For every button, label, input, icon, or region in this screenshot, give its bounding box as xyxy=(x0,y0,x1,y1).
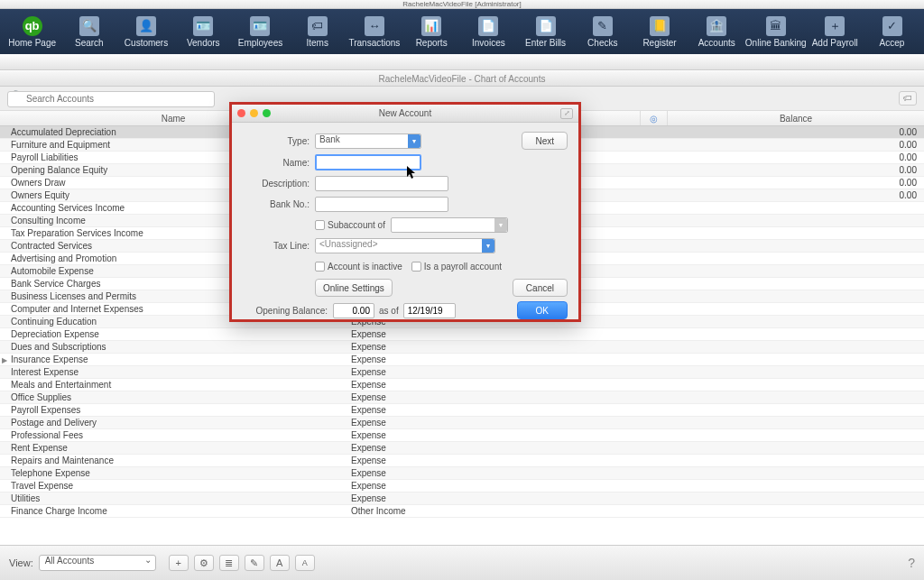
toolbar-label: Transactions xyxy=(348,38,400,48)
view-select[interactable]: All Accounts xyxy=(39,555,156,571)
list-button[interactable]: ≣ xyxy=(219,555,239,571)
taxline-label: Tax Line: xyxy=(243,241,315,251)
toolbar-icon: 🏷 xyxy=(308,16,328,36)
toolbar-enter-bills[interactable]: 📄Enter Bills xyxy=(517,16,574,48)
table-row[interactable]: Meals and EntertainmentExpense xyxy=(0,379,924,391)
add-button[interactable]: + xyxy=(169,555,189,571)
bankno-input[interactable] xyxy=(315,197,448,212)
table-row[interactable]: Travel ExpenseExpense xyxy=(0,480,924,493)
cell-name: Meals and Entertainment xyxy=(0,379,347,391)
toolbar-invoices[interactable]: 📄Invoices xyxy=(460,16,517,48)
cell-balance: 0.00 xyxy=(668,177,924,189)
cell-flag xyxy=(641,442,668,454)
cell-balance xyxy=(668,290,924,302)
ok-button[interactable]: OK xyxy=(517,301,568,319)
cell-flag xyxy=(641,152,668,163)
toolbar-home-page[interactable]: qbHome Page xyxy=(4,16,60,48)
table-row[interactable]: Postage and DeliveryExpense xyxy=(0,417,924,429)
type-select[interactable]: Bank▾ xyxy=(315,133,421,149)
cell-flag xyxy=(641,379,668,391)
cell-balance xyxy=(668,417,924,428)
toolbar-register[interactable]: 📒Register xyxy=(631,16,688,48)
toolbar-accep[interactable]: ✓Accep xyxy=(864,16,920,48)
subaccount-checkbox[interactable] xyxy=(315,220,325,230)
toolbar-vendors[interactable]: 🪪Vendors xyxy=(175,16,232,48)
cell-name: Postage and Delivery xyxy=(0,417,347,428)
table-row[interactable]: Finance Charge IncomeOther Income xyxy=(0,505,924,518)
table-row[interactable]: Payroll ExpensesExpense xyxy=(0,404,924,417)
settings-button[interactable]: ⚙ xyxy=(194,555,214,571)
toolbar-label: Items xyxy=(306,38,328,48)
search-input[interactable] xyxy=(7,91,215,107)
cell-type: Expense xyxy=(347,442,641,454)
subaccount-select[interactable]: ▾ xyxy=(391,217,508,233)
help-icon[interactable]: ? xyxy=(908,556,915,570)
cell-balance: 0.00 xyxy=(668,139,924,151)
bankno-label: Bank No.: xyxy=(243,199,315,209)
description-input[interactable] xyxy=(315,176,448,191)
edit-button[interactable]: ✎ xyxy=(245,555,264,571)
toolbar-icon: 📄 xyxy=(536,16,556,36)
table-row[interactable]: Office SuppliesExpense xyxy=(0,391,924,404)
payroll-checkbox[interactable] xyxy=(411,262,421,272)
col-flag-header[interactable]: ◎ xyxy=(641,111,668,125)
inactive-checkbox[interactable] xyxy=(315,262,325,272)
table-row[interactable]: Professional FeesExpense xyxy=(0,429,924,442)
cell-name: Interest Expense xyxy=(0,366,347,378)
cell-balance xyxy=(668,404,924,416)
cell-flag xyxy=(641,455,668,466)
table-row[interactable]: UtilitiesExpense xyxy=(0,493,924,505)
cell-flag xyxy=(641,215,668,226)
cell-flag xyxy=(641,227,668,239)
table-row[interactable]: Dues and SubscriptionsExpense xyxy=(0,341,924,354)
cell-name: Telephone Expense xyxy=(0,467,347,479)
cell-balance: 0.00 xyxy=(668,152,924,163)
asof-date-input[interactable] xyxy=(403,303,456,318)
opening-balance-input[interactable] xyxy=(333,303,374,318)
toolbar-checks[interactable]: ✎Checks xyxy=(574,16,631,48)
subaccount-label: Subaccount of xyxy=(328,220,385,230)
toolbar-employees[interactable]: 🪪Employees xyxy=(232,16,289,48)
mac-menubar: RacheleMacVideoFile [Administrator] xyxy=(0,0,924,9)
cell-balance xyxy=(668,265,924,277)
cell-type: Expense xyxy=(347,379,641,391)
toolbar-label: Invoices xyxy=(472,38,505,48)
online-settings-button[interactable]: Online Settings xyxy=(315,279,393,297)
cell-type: Expense xyxy=(347,417,641,428)
table-row[interactable]: Repairs and MaintenanceExpense xyxy=(0,455,924,467)
toolbar-transactions[interactable]: ↔Transactions xyxy=(346,16,402,48)
table-row[interactable]: Telephone ExpenseExpense xyxy=(0,467,924,480)
cell-flag xyxy=(641,493,668,504)
toolbar-add-payroll[interactable]: ＋Add Payroll xyxy=(807,16,864,48)
cell-type: Expense xyxy=(347,341,641,353)
cell-name: Finance Charge Income xyxy=(0,505,347,517)
font-large-button[interactable]: A xyxy=(270,555,290,571)
toolbar-items[interactable]: 🏷Items xyxy=(289,16,346,48)
toolbar-icon: ✓ xyxy=(882,16,902,36)
toolbar-reports[interactable]: 📊Reports xyxy=(403,16,460,48)
toolbar-icon: ✎ xyxy=(593,16,613,36)
toolbar-search[interactable]: 🔍Search xyxy=(60,16,117,48)
toolbar-online-banking[interactable]: 🏛Online Banking xyxy=(745,16,807,48)
cancel-button[interactable]: Cancel xyxy=(513,279,568,297)
cell-balance xyxy=(668,328,924,340)
table-row[interactable]: Interest ExpenseExpense xyxy=(0,366,924,379)
table-row[interactable]: Depreciation ExpenseExpense xyxy=(0,328,924,341)
cell-balance xyxy=(668,493,924,504)
cell-balance: 0.00 xyxy=(668,126,924,138)
new-account-dialog: New Account ⤢ Type: Bank▾ Next Name: Des… xyxy=(229,102,581,322)
col-balance-header[interactable]: Balance xyxy=(668,111,924,125)
toolbar-accounts[interactable]: 🏦Accounts xyxy=(688,16,745,48)
toolbar-customers[interactable]: 👤Customers xyxy=(117,16,174,48)
taxline-select[interactable]: <Unassigned>▾ xyxy=(315,238,495,253)
font-small-button[interactable]: A xyxy=(295,555,315,571)
table-row[interactable]: Rent ExpenseExpense xyxy=(0,442,924,455)
tag-icon[interactable]: 🏷 xyxy=(899,91,917,106)
table-row[interactable]: ▶Insurance ExpenseExpense xyxy=(0,354,924,366)
name-input[interactable] xyxy=(315,154,421,170)
toolbar-label: Online Banking xyxy=(745,38,807,48)
dialog-titlebar[interactable]: New Account ⤢ xyxy=(232,105,578,123)
next-button[interactable]: Next xyxy=(522,132,568,150)
type-label: Type: xyxy=(243,136,315,146)
cell-name: Travel Expense xyxy=(0,480,347,492)
